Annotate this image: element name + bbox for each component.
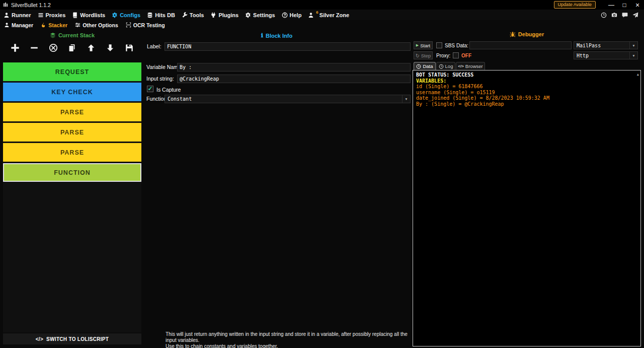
settings-gear-icon: [245, 12, 251, 18]
data-label: Data:: [456, 43, 468, 48]
step-button[interactable]: ↻ Step: [414, 51, 433, 59]
input-string-row: Input string:: [142, 75, 412, 83]
menu-label: Settings: [253, 12, 275, 18]
stack-block-function-selected[interactable]: FUNCTION: [3, 163, 141, 182]
configs-gear-icon: [112, 12, 118, 18]
submenu-item-ocr-testing[interactable]: OCR Testing: [126, 22, 165, 28]
stack-layers-icon: [50, 32, 56, 38]
is-capture-checkbox[interactable]: ✓: [147, 86, 153, 92]
tab-browser[interactable]: </> Browser: [456, 62, 485, 70]
debug-data-input[interactable]: [469, 41, 572, 49]
chevron-down-icon: ▼: [402, 95, 410, 103]
proxy-checkbox[interactable]: [453, 52, 459, 58]
stack-panel: Current Stack REQUEST KEY CHECK PARSE PA…: [3, 30, 141, 344]
manager-icon: [4, 22, 10, 28]
tools-wrench-icon: [182, 12, 188, 18]
silver-zone-icon: [308, 12, 314, 18]
is-capture-row: ✓ Is Capture: [142, 86, 412, 94]
runner-icon: [4, 12, 10, 18]
history-clock-icon[interactable]: [601, 12, 607, 18]
proxy-type-dropdown[interactable]: Http ▼: [574, 51, 638, 59]
help-icon: [282, 12, 288, 18]
input-string-input[interactable]: [177, 75, 411, 83]
chevron-down-icon: ▼: [629, 42, 637, 49]
switch-to-loliscript-button[interactable]: </> SWITCH TO LOLISCRIPT: [3, 333, 141, 344]
variable-name-row: Variable Name:: [142, 63, 412, 72]
submenu-item-other-options[interactable]: Other Options: [75, 22, 118, 28]
telegram-send-icon[interactable]: [632, 12, 638, 18]
menu-item-wordlists[interactable]: Wordlists: [72, 12, 105, 18]
duplicate-block-button[interactable]: [66, 42, 77, 53]
function-dropdown[interactable]: Constant ▼: [165, 95, 411, 103]
tab-data[interactable]: Data: [414, 62, 436, 70]
function-row: Function: Constant ▼: [142, 95, 412, 103]
plugins-plug-icon: [210, 12, 216, 18]
proxies-list-icon: [38, 12, 44, 18]
menu-label: Help: [290, 12, 302, 18]
screenshot-camera-icon[interactable]: [611, 12, 617, 18]
hits-db-icon: [147, 12, 153, 18]
sliders-icon: [75, 22, 80, 28]
move-block-up-button[interactable]: [86, 42, 97, 53]
menu-item-settings[interactable]: Settings: [245, 12, 275, 18]
menu-item-silver-zone[interactable]: 6 Silver Zone: [308, 12, 349, 18]
play-icon: ▶: [416, 43, 419, 47]
stack-block-parse-1[interactable]: PARSE: [3, 103, 141, 121]
wordlists-book-icon: [72, 12, 78, 18]
add-block-button[interactable]: [10, 42, 21, 53]
submenu-item-stacker[interactable]: Stacker: [41, 22, 67, 28]
menu-label: Wordlists: [80, 12, 105, 18]
stack-block-parse-3[interactable]: PARSE: [3, 143, 141, 162]
log-line: date_joined (Single) = 8/28/2023 10:59:3…: [416, 95, 637, 101]
move-block-down-button[interactable]: [105, 42, 116, 53]
menu-label: Configs: [120, 12, 140, 18]
submenu-item-manager[interactable]: Manager: [4, 22, 33, 28]
maximize-button[interactable]: □: [618, 0, 631, 10]
variable-name-input[interactable]: [177, 63, 411, 72]
log-line: By : (Single) = @CrackingReap: [416, 101, 637, 107]
submenu-label: Other Options: [83, 22, 118, 28]
menu-item-plugins[interactable]: Plugins: [210, 12, 238, 18]
stack-block-request[interactable]: REQUEST: [3, 62, 141, 81]
menu-label: Hits DB: [155, 12, 175, 18]
close-button[interactable]: ×: [631, 0, 644, 10]
arrow-down-icon: [106, 44, 114, 52]
debugger-panel: Debugger ▶ Start SBS Data: MailPass ▼ ↻ …: [413, 29, 641, 346]
window-title: SilverBullet 1.1.2: [11, 2, 51, 8]
tab-log[interactable]: Log: [436, 62, 455, 70]
label-input[interactable]: [165, 42, 411, 51]
proxy-type-value: Http: [574, 52, 629, 59]
input-string-label: Input string:: [146, 76, 174, 82]
menu-item-help[interactable]: Help: [282, 12, 302, 18]
scroll-up-icon[interactable]: ▲: [637, 72, 639, 78]
menu-item-runner[interactable]: Runner: [4, 12, 31, 18]
check-icon: ✓: [147, 86, 152, 92]
titlebar: SilverBullet 1.1.2 Update Available — □ …: [0, 0, 644, 10]
menu-item-tools[interactable]: Tools: [182, 12, 204, 18]
submenu-label: Manager: [12, 22, 33, 28]
minimize-button[interactable]: —: [605, 0, 618, 10]
wordlist-type-dropdown[interactable]: MailPass ▼: [574, 41, 638, 49]
sbs-label: SBS: [445, 43, 455, 48]
silverbullet-window: SilverBullet 1.1.2 Update Available — □ …: [0, 0, 644, 348]
main-menubar: Runner Proxies Wordlists Configs Hits DB…: [0, 10, 644, 20]
clear-stack-button[interactable]: [48, 42, 59, 53]
stack-block-parse-2[interactable]: PARSE: [3, 123, 141, 142]
description-line: This will just return anything written i…: [166, 331, 409, 343]
start-button[interactable]: ▶ Start: [414, 41, 433, 49]
browser-code-icon: </>: [458, 64, 464, 68]
sbs-checkbox[interactable]: [436, 42, 442, 48]
stack-panel-title: Current Stack: [3, 32, 141, 38]
menu-item-configs[interactable]: Configs: [112, 12, 140, 18]
chat-icon[interactable]: [622, 12, 628, 18]
arrow-up-icon: [87, 44, 95, 52]
save-config-button[interactable]: [124, 42, 135, 53]
menu-item-proxies[interactable]: Proxies: [38, 12, 66, 18]
block-info-panel: ℹ Block Info Label: Variable Name: Input…: [142, 30, 412, 348]
stack-block-keycheck[interactable]: KEY CHECK: [3, 83, 141, 101]
menu-item-hits-db[interactable]: Hits DB: [147, 12, 175, 18]
update-available-button[interactable]: Update Available: [554, 1, 596, 9]
remove-block-button[interactable]: [29, 42, 40, 53]
function-description: This will just return anything written i…: [166, 331, 409, 348]
debugger-log-output[interactable]: BOT STATUS: SUCCESS VARIABLES: id (Singl…: [413, 70, 641, 346]
